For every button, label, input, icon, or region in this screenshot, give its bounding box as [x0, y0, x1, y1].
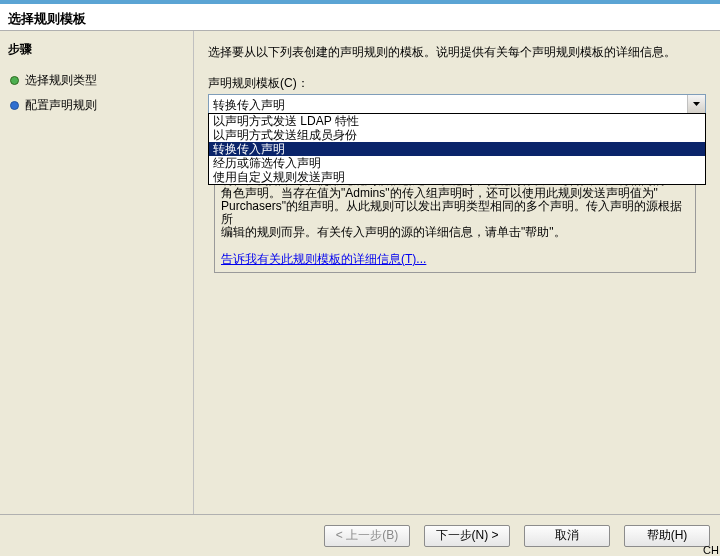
template-combo-wrap: 转换传入声明 以声明方式发送 LDAP 特性 以声明方式发送组成员身份 转换传入…: [208, 94, 706, 114]
cancel-button[interactable]: 取消: [524, 525, 610, 547]
svg-marker-0: [693, 102, 700, 106]
instruction-text: 选择要从以下列表创建的声明规则的模板。说明提供有关每个声明规则模板的详细信息。: [208, 43, 706, 61]
more-info-link[interactable]: 告诉我有关此规则模板的详细信息(T)...: [221, 253, 426, 266]
step-label: 选择规则类型: [25, 72, 97, 89]
button-bar: < 上一步(B) 下一步(N) > 取消 帮助(H): [0, 514, 720, 556]
steps-list: 选择规则类型 配置声明规则: [0, 68, 193, 118]
step-configure-claim-rule: 配置声明规则: [0, 93, 193, 118]
step-select-rule-type: 选择规则类型: [0, 68, 193, 93]
steps-sidebar: 步骤 选择规则类型 配置声明规则: [0, 31, 194, 514]
combo-dropdown-button[interactable]: [687, 95, 705, 113]
option-send-ldap-attributes[interactable]: 以声明方式发送 LDAP 特性: [209, 114, 705, 128]
back-button[interactable]: < 上一步(B): [324, 525, 410, 547]
next-button[interactable]: 下一步(N) >: [424, 525, 510, 547]
chevron-down-icon: [693, 102, 700, 106]
steps-header: 步骤: [0, 35, 193, 68]
help-button[interactable]: 帮助(H): [624, 525, 710, 547]
template-dropdown-list[interactable]: 以声明方式发送 LDAP 特性 以声明方式发送组成员身份 转换传入声明 经历或筛…: [208, 113, 706, 185]
window-title: 选择规则模板: [0, 0, 720, 30]
corner-text: CH: [702, 544, 720, 556]
option-send-custom-rule[interactable]: 使用自定义规则发送声明: [209, 170, 705, 184]
step-done-icon: [10, 76, 19, 85]
combo-label: 声明规则模板(C)：: [208, 75, 706, 92]
option-send-group-membership[interactable]: 以声明方式发送组成员身份: [209, 128, 705, 142]
description-line: Purchasers"的组声明。从此规则可以发出声明类型相同的多个声明。传入声明…: [221, 199, 682, 226]
option-transform-incoming-claim[interactable]: 转换传入声明: [209, 142, 705, 156]
step-active-icon: [10, 101, 19, 110]
description-line: 角色声明。当存在值为"Admins"的传入组声明时，还可以使用此规则发送声明值为…: [221, 186, 658, 200]
template-combo[interactable]: 转换传入声明: [208, 94, 706, 114]
step-label: 配置声明规则: [25, 97, 97, 114]
wizard-window: 选择规则模板 步骤 选择规则类型 配置声明规则 选择要从以下列表创建的声明规则的…: [0, 0, 720, 556]
option-pass-or-filter-incoming-claim[interactable]: 经历或筛选传入声明: [209, 156, 705, 170]
description-line: 编辑的规则而异。有关传入声明的源的详细信息，请单击"帮助"。: [221, 225, 566, 239]
combo-selected-text: 转换传入声明: [209, 95, 687, 113]
